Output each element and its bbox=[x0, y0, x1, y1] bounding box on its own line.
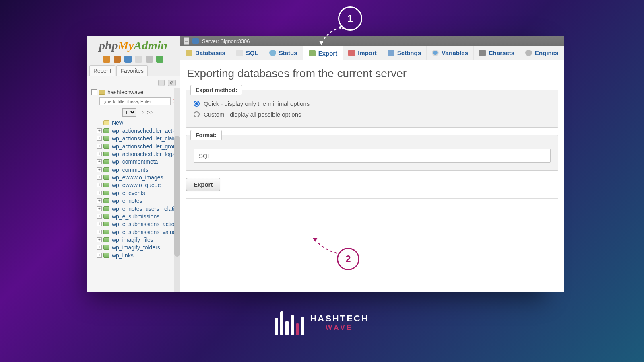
table-row[interactable]: +wp_actionscheduler_group bbox=[96, 142, 180, 150]
expand-icon[interactable]: + bbox=[97, 214, 102, 219]
home-icon[interactable] bbox=[103, 56, 110, 63]
table-link[interactable]: wp_links bbox=[112, 252, 134, 259]
expand-icon[interactable]: + bbox=[97, 230, 102, 234]
tab-engines[interactable]: Engines bbox=[520, 46, 564, 60]
expand-icon[interactable]: + bbox=[97, 198, 102, 203]
server-icon bbox=[192, 38, 199, 44]
tab-settings[interactable]: Settings bbox=[382, 46, 427, 60]
table-link[interactable]: wp_actionscheduler_action bbox=[112, 128, 180, 134]
table-icon bbox=[103, 222, 109, 226]
tab-sql[interactable]: SQL bbox=[231, 46, 264, 60]
table-link[interactable]: wp_actionscheduler_group bbox=[112, 143, 179, 150]
expand-icon[interactable]: + bbox=[97, 167, 102, 172]
database-name[interactable]: hashtechwave bbox=[107, 89, 144, 95]
table-page-select[interactable]: 1 bbox=[122, 108, 136, 117]
server-label[interactable]: Server: Signon:3306 bbox=[202, 38, 250, 44]
table-row[interactable]: +wp_e_notes bbox=[96, 197, 180, 205]
table-link[interactable]: wp_e_events bbox=[112, 190, 145, 196]
collapse-all-icon[interactable]: – bbox=[158, 80, 165, 86]
sidebar-scrollbar[interactable] bbox=[174, 88, 180, 292]
help-icon[interactable] bbox=[124, 56, 132, 63]
phpmyadmin-logo: phpMyAdmin bbox=[87, 36, 180, 53]
expand-icon[interactable]: + bbox=[97, 253, 102, 258]
import-icon bbox=[348, 50, 355, 56]
tab-export[interactable]: Export bbox=[303, 46, 343, 60]
sidebar-toolbar bbox=[87, 53, 180, 65]
tab-variables[interactable]: Variables bbox=[427, 46, 474, 60]
table-link[interactable]: wp_imagify_folders bbox=[112, 244, 160, 251]
phpmyadmin-window: phpMyAdmin Recent Favorites – ⊘ − hashte… bbox=[87, 36, 545, 292]
expand-icon[interactable]: + bbox=[97, 175, 102, 180]
table-row[interactable]: +wp_ewwwio_images bbox=[96, 173, 180, 181]
expand-icon[interactable]: + bbox=[97, 144, 102, 149]
settings-icon[interactable] bbox=[146, 56, 153, 63]
expand-icon[interactable]: + bbox=[97, 136, 102, 141]
table-link[interactable]: wp_actionscheduler_claim bbox=[112, 135, 178, 142]
table-row[interactable]: +wp_actionscheduler_action bbox=[96, 127, 180, 134]
server-breadcrumb: ← Server: Signon:3306 bbox=[180, 36, 564, 46]
table-link[interactable]: wp_ewwwio_images bbox=[112, 174, 163, 181]
expand-icon[interactable]: + bbox=[97, 191, 102, 195]
table-row[interactable]: +wp_actionscheduler_claim bbox=[96, 135, 180, 142]
export-button[interactable]: Export bbox=[186, 178, 221, 191]
tab-import[interactable]: Import bbox=[343, 46, 382, 60]
tab-favorites[interactable]: Favorites bbox=[116, 65, 148, 76]
radio-quick[interactable] bbox=[194, 101, 200, 107]
expand-icon[interactable]: + bbox=[97, 152, 102, 156]
unlink-icon[interactable]: ⊘ bbox=[168, 80, 176, 86]
table-row[interactable]: +wp_e_submissions bbox=[96, 212, 180, 220]
new-table-icon bbox=[103, 120, 109, 125]
table-icon bbox=[103, 198, 109, 203]
query-window-icon[interactable] bbox=[135, 56, 142, 63]
table-link[interactable]: wp_comments bbox=[112, 167, 148, 173]
table-row[interactable]: +wp_e_submissions_action bbox=[96, 220, 180, 228]
table-link[interactable]: wp_commentmeta bbox=[112, 158, 158, 165]
table-row[interactable]: +wp_ewwwio_queue bbox=[96, 181, 180, 189]
expand-icon[interactable]: + bbox=[97, 128, 102, 133]
table-link[interactable]: wp_imagify_files bbox=[112, 237, 153, 243]
table-link[interactable]: wp_e_notes bbox=[112, 197, 142, 204]
new-table-link[interactable]: New bbox=[112, 119, 123, 126]
radio-quick-label[interactable]: Quick - display only the minimal options bbox=[204, 100, 310, 107]
table-row[interactable]: +wp_e_events bbox=[96, 189, 180, 197]
table-page-next[interactable]: > >> bbox=[142, 109, 154, 115]
table-link[interactable]: wp_e_submissions bbox=[112, 213, 159, 220]
table-link[interactable]: wp_e_submissions_action bbox=[112, 221, 178, 227]
tab-charsets[interactable]: Charsets bbox=[474, 46, 520, 60]
page-title: Exporting databases from the current ser… bbox=[187, 67, 559, 80]
table-row[interactable]: +wp_links bbox=[96, 251, 180, 259]
table-row[interactable]: +wp_imagify_files bbox=[96, 236, 180, 243]
expand-icon[interactable]: + bbox=[97, 245, 102, 250]
table-row[interactable]: +wp_imagify_folders bbox=[96, 244, 180, 251]
table-row[interactable]: +wp_e_submissions_values bbox=[96, 228, 180, 236]
expand-icon[interactable]: + bbox=[97, 222, 102, 226]
table-row[interactable]: +wp_e_notes_users_relatio bbox=[96, 205, 180, 212]
brand-footer: HASHTECH WAVE bbox=[0, 310, 644, 337]
expand-icon[interactable]: + bbox=[97, 206, 102, 211]
table-link[interactable]: wp_e_notes_users_relatio bbox=[112, 206, 178, 212]
format-select[interactable]: SQL bbox=[194, 149, 551, 163]
logout-icon[interactable] bbox=[114, 56, 121, 63]
table-link[interactable]: wp_e_submissions_values bbox=[112, 229, 179, 235]
tab-databases[interactable]: Databases bbox=[180, 46, 231, 60]
tab-recent[interactable]: Recent bbox=[89, 65, 115, 76]
table-link[interactable]: wp_ewwwio_queue bbox=[112, 182, 161, 188]
expand-icon[interactable]: + bbox=[97, 237, 102, 242]
table-icon bbox=[103, 183, 109, 187]
table-row[interactable]: +wp_comments bbox=[96, 166, 180, 173]
collapse-sidebar-icon[interactable]: ← bbox=[184, 37, 189, 45]
reload-icon[interactable] bbox=[156, 56, 163, 63]
table-link[interactable]: wp_actionscheduler_logs bbox=[112, 151, 175, 157]
tab-status[interactable]: Status bbox=[264, 46, 303, 60]
expand-icon[interactable]: + bbox=[97, 183, 102, 187]
radio-custom[interactable] bbox=[194, 111, 200, 117]
table-row[interactable]: +wp_actionscheduler_logs bbox=[96, 150, 180, 158]
radio-custom-label[interactable]: Custom - display all possible options bbox=[204, 111, 301, 118]
table-filter-input[interactable] bbox=[99, 97, 171, 105]
tree-collapse-icon[interactable]: − bbox=[91, 89, 97, 95]
table-icon bbox=[103, 152, 109, 156]
expand-icon[interactable]: + bbox=[97, 159, 102, 164]
content-divider bbox=[186, 198, 559, 199]
table-icon bbox=[103, 175, 109, 180]
table-row[interactable]: +wp_commentmeta bbox=[96, 158, 180, 166]
